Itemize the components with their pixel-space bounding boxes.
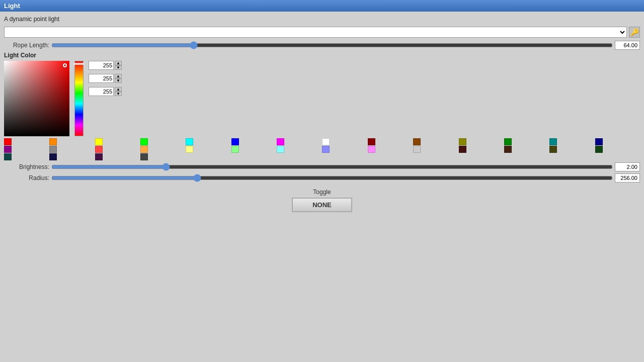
light-dropdown-row: 🔑 <box>519 28 640 38</box>
color-swatch[interactable] <box>595 146 603 153</box>
main-area: 🔍 ▼ 📁 Your Spawnlists 📄 Construction Pro… <box>0 28 644 362</box>
brightness-row: Brightness: <box>519 162 640 171</box>
light-type-dropdown[interactable] <box>519 28 627 38</box>
radius-value[interactable] <box>615 173 640 183</box>
toggle-label: Toggle <box>519 189 638 196</box>
light-color-label: Light Color <box>519 52 640 59</box>
light-key-button[interactable]: 🔑 <box>629 28 640 38</box>
color-swatch[interactable] <box>549 138 557 145</box>
color-swatch[interactable] <box>595 138 603 145</box>
light-panel-body: A dynamic point light 🔑 Rope Length: Lig… <box>519 28 644 217</box>
rope-length-slider[interactable] <box>519 42 613 49</box>
brightness-slider[interactable] <box>519 163 613 170</box>
color-swatches <box>519 138 640 160</box>
toggle-section: Toggle NONE <box>519 187 640 214</box>
radius-slider[interactable] <box>519 174 613 182</box>
brightness-value[interactable] <box>615 162 640 171</box>
color-swatch[interactable] <box>549 146 557 153</box>
color-picker-area: ▲ ▼ ▲ ▼ <box>519 61 640 136</box>
rope-length-value[interactable] <box>615 41 640 50</box>
rope-length-row: Rope Length: <box>519 41 640 50</box>
light-tool-panel: Light A dynamic point light 🔑 Rope Lengt… <box>519 28 644 362</box>
radius-row: Radius: <box>519 173 640 183</box>
right-panel: Constraints Axis Ball Socket Elastic Hyd… <box>519 28 644 362</box>
